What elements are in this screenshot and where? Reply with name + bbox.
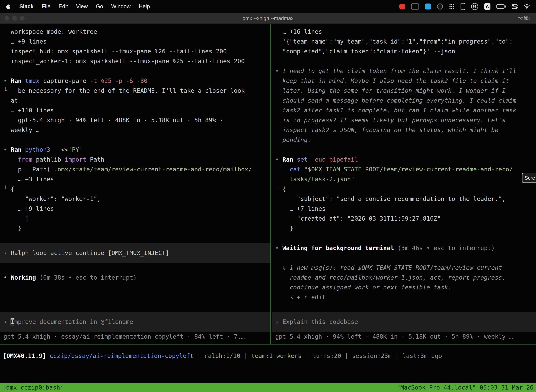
text-segment: … +7 lines	[275, 205, 326, 212]
text-segment: '{"team_name":"my-team","task_id":"1","f…	[275, 38, 513, 45]
apple-menu-icon[interactable]	[6, 3, 11, 10]
minimize-button[interactable]	[12, 16, 17, 21]
text-segment: p = Path(	[4, 166, 50, 173]
text-segment: tmux	[25, 77, 43, 84]
terminal-line	[4, 302, 270, 312]
menu-item-window[interactable]: Window	[111, 3, 130, 10]
tmux-session-label: [omx-cczip0:bash*	[2, 383, 64, 392]
menu-item-view[interactable]: View	[76, 3, 88, 10]
terminal-line: continue assigned work or next feasible …	[275, 282, 536, 292]
menu-item-file[interactable]: File	[42, 3, 50, 10]
screenshot-notification-overlay[interactable]: Scre	[522, 173, 536, 183]
text-segment: is in progress? It seems likely but perh…	[275, 117, 506, 124]
text-segment: -t %25 -p -S -80	[90, 77, 148, 84]
terminal-line	[275, 56, 536, 66]
text-segment: Ran	[11, 77, 25, 84]
wifi-icon[interactable]	[524, 4, 530, 9]
text-segment: session:23m	[352, 352, 392, 359]
ralph-loop-banner[interactable]: › Ralph loop active continue [OMX_TMUX_I…	[0, 243, 270, 263]
terminal-line: pending.	[275, 135, 536, 145]
terminal-line: … +3 lines	[4, 174, 270, 184]
text-segment: … +16 lines	[275, 28, 322, 35]
text-segment: cat	[290, 166, 304, 173]
terminal-line: "created_at": "2026-03-31T11:59:27.816Z"	[275, 214, 536, 223]
text-segment: pending.	[275, 136, 311, 143]
terminal-line: tasks/task-2.json"	[275, 174, 536, 184]
text-segment: Waiting for background terminal	[282, 244, 394, 252]
close-button[interactable]	[5, 16, 9, 21]
control-center-icon[interactable]	[512, 4, 518, 9]
text-segment: … +9 lines	[4, 38, 47, 45]
terminal-line: inspect task2's JSON, focusing on the st…	[275, 125, 536, 135]
menu-item-help[interactable]: Help	[139, 3, 150, 10]
text-segment: inspect task2's JSON, focusing on the st…	[275, 126, 498, 134]
text-segment: keep that in mind. Maybe I also need the…	[275, 77, 509, 84]
keyboard-icon[interactable]	[411, 4, 419, 9]
text-segment: cczip/essay/ai-reimplementation-copyleft	[50, 352, 194, 359]
terminal-line: inspect_worker-1: omx sparkshell --tmux-…	[4, 56, 270, 66]
text-segment: Ran	[11, 146, 25, 153]
text-segment: set	[297, 156, 311, 163]
text-segment: ⌥ + ↑ edit	[275, 294, 326, 301]
blue-app-icon[interactable]	[425, 4, 431, 9]
terminal-line: └ {	[275, 184, 536, 194]
terminal-line: … +9 lines	[4, 37, 270, 46]
text-segment: |	[392, 352, 402, 359]
text-segment: •	[275, 244, 282, 252]
menu-item-edit[interactable]: Edit	[58, 3, 68, 10]
pane-usage-status: gpt-5.4 xhigh · 94% left · 488K in · 5.1…	[275, 331, 536, 341]
text-segment: Ralph loop active continue [OMX_TMUX_INJ…	[11, 249, 169, 257]
composer-suggestion[interactable]: › Explain this codebase	[272, 312, 536, 331]
text-segment: turns:20	[312, 352, 341, 359]
text-segment: workspace_mode: worktree	[4, 28, 97, 35]
battery-icon[interactable]	[496, 5, 506, 9]
text-segment: (6m 38s • esc to interrupt)	[36, 274, 137, 281]
text-segment: |	[194, 352, 204, 359]
terminal-line: readme-and-reco/mailbox/worker-1.json, a…	[275, 273, 536, 282]
composer-suggestion[interactable]: › Improve documentation in @filename	[0, 312, 270, 331]
terminal-line	[4, 292, 270, 302]
zoom-button[interactable]	[20, 16, 25, 21]
terminal-line: p = Path('.omx/state/team/review-current…	[4, 164, 270, 174]
tmux-host-time-label: "MacBook-Pro-44.local" 05:03 31-Mar-26	[397, 383, 534, 392]
text-segment: {	[11, 186, 14, 192]
terminal-line	[4, 263, 270, 273]
dark-app-icon[interactable]	[437, 4, 443, 9]
terminal-line	[4, 233, 270, 243]
phone-mirroring-icon[interactable]	[460, 3, 465, 10]
menubar-menus: FileEditViewGoWindowHelp	[42, 3, 150, 10]
active-app-name[interactable]: Slack	[19, 3, 34, 10]
text-segment: I need to get the claim token from the c…	[282, 67, 517, 75]
omx-status-line: [OMX#0.11.9] cczip/essay/ai-reimplementa…	[3, 351, 442, 361]
terminal-line: └ {	[4, 184, 270, 194]
text-segment: … +3 lines	[4, 176, 54, 183]
text-segment: └	[275, 186, 282, 192]
text-segment: continue assigned work or next feasible …	[275, 284, 452, 291]
text-segment: later. Using the same for transition mig…	[275, 87, 506, 94]
text-segment: last:3m ago	[402, 352, 442, 359]
terminal-line	[4, 282, 270, 292]
input-source-icon[interactable]: A	[484, 3, 490, 10]
text-segment: should send a message before completing …	[275, 97, 516, 104]
battery-percent-label: 61	[473, 5, 476, 9]
text-segment	[4, 156, 18, 163]
text-segment: "created_at": "2026-03-31T11:59:27.816Z"	[275, 215, 441, 222]
text-segment: … +110 lines	[4, 107, 54, 114]
grid-dots-icon[interactable]	[449, 4, 455, 9]
terminal-line: └ be necessary for the end of the README…	[4, 86, 270, 96]
battery-percent-gauge[interactable]: 61	[471, 3, 478, 10]
text-segment: 1 new msg(s): read $OMX_TEAM_STATE_ROOT/…	[290, 264, 506, 271]
text-segment: •	[4, 274, 11, 281]
text-segment: readme-and-reco/mailbox/worker-1.json, a…	[275, 274, 506, 281]
terminal-line: • Ran tmux capture-pane -t %25 -p -S -80	[4, 76, 270, 86]
menu-item-go[interactable]: Go	[96, 3, 103, 10]
waiting-status: • Waiting for background terminal (3m 46…	[275, 243, 536, 253]
text-segment: mprove documentation in @filename	[14, 318, 133, 325]
terminal-line: '{"team_name":"my-team","task_id":"1","f…	[275, 37, 536, 46]
text-segment: 'PY'	[68, 146, 83, 153]
pane-divider[interactable]	[270, 24, 271, 344]
text-segment: import	[65, 156, 86, 163]
terminal-line: "completed","claim_token":"claim-token"}…	[275, 46, 536, 56]
text-segment: [OMX#0.11.9]	[3, 352, 50, 359]
screen-recording-indicator-icon[interactable]	[399, 4, 405, 9]
